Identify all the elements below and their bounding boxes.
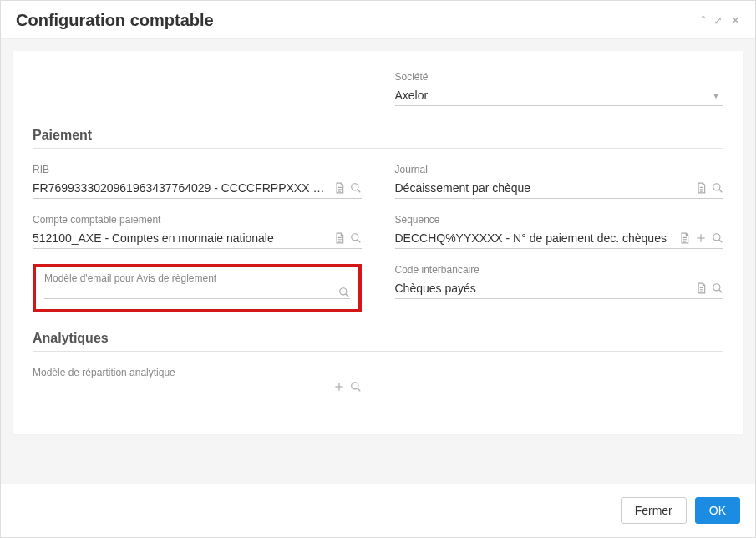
journal-input[interactable]: Décaissement par chèque (395, 178, 691, 198)
plus-icon[interactable] (333, 381, 345, 393)
modal-footer: Fermer OK (1, 484, 755, 537)
compte-paiement-input[interactable]: 512100_AXE - Comptes en monnaie national… (33, 228, 328, 248)
modal-dialog: Configuration comptable ˆ ⤢ ✕ Société Ax… (0, 0, 756, 538)
section-title-analytiques: Analytiques (33, 331, 723, 346)
ok-button[interactable]: OK (695, 497, 740, 524)
search-icon[interactable] (712, 232, 723, 244)
search-icon[interactable] (350, 182, 362, 194)
field-label: Code interbancaire (395, 264, 724, 276)
field-journal: Journal Décaissement par chèque (395, 164, 724, 199)
field-modele-repartition: Modèle de répartition analytique (33, 367, 362, 393)
field-rib: RIB FR7699333020961963437764029 - CCCCFR… (33, 164, 362, 199)
sequence-input[interactable]: DECCHQ%YYXXXX - N° de paiement dec. chèq… (395, 228, 674, 248)
highlighted-field: Modèle d'email pour Avis de règlement (33, 264, 362, 312)
chevron-down-icon[interactable]: ▼ (712, 91, 723, 100)
section-separator (33, 148, 723, 149)
field-label: Compte comptable paiement (33, 214, 362, 226)
field-label: Société (395, 71, 724, 83)
field-label: RIB (33, 164, 362, 175)
doc-icon[interactable] (678, 232, 690, 244)
modal-title: Configuration comptable (16, 11, 214, 30)
section-separator (33, 351, 723, 352)
modele-email-avis-input[interactable] (44, 289, 333, 296)
doc-icon[interactable] (695, 182, 707, 194)
modal-body: Société Axelor ▼ Paiement RIB F (1, 39, 755, 484)
societe-select[interactable]: Axelor (395, 85, 713, 105)
close-button[interactable]: Fermer (621, 497, 687, 524)
section-title-paiement: Paiement (33, 128, 723, 143)
rib-input[interactable]: FR7699333020961963437764029 - CCCCFRPPXX… (33, 178, 328, 198)
expand-icon[interactable]: ⤢ (713, 14, 723, 27)
collapse-icon[interactable]: ˆ (702, 14, 705, 27)
modal-header: Configuration comptable ˆ ⤢ ✕ (1, 1, 755, 39)
field-compte-paiement: Compte comptable paiement 512100_AXE - C… (33, 214, 362, 249)
modal-header-controls: ˆ ⤢ ✕ (702, 14, 740, 27)
field-label: Journal (395, 164, 724, 175)
field-societe: Société Axelor ▼ (395, 71, 724, 106)
field-label: Modèle de répartition analytique (33, 367, 362, 378)
doc-icon[interactable] (333, 232, 345, 244)
search-icon[interactable] (712, 282, 723, 294)
field-label: Séquence (395, 214, 724, 226)
search-icon[interactable] (712, 182, 723, 194)
search-icon[interactable] (338, 287, 350, 298)
plus-icon[interactable] (695, 232, 707, 244)
doc-icon[interactable] (695, 282, 707, 294)
search-icon[interactable] (350, 381, 362, 393)
form-card: Société Axelor ▼ Paiement RIB F (13, 51, 743, 434)
close-icon[interactable]: ✕ (731, 14, 740, 27)
field-modele-email-avis: Modèle d'email pour Avis de règlement (44, 272, 350, 299)
code-interbancaire-input[interactable]: Chèques payés (395, 278, 691, 298)
doc-icon[interactable] (333, 182, 345, 194)
modele-repartition-input[interactable] (33, 383, 328, 390)
field-label: Modèle d'email pour Avis de règlement (44, 272, 350, 284)
field-code-interbancaire: Code interbancaire Chèques payés (395, 264, 724, 299)
field-sequence: Séquence DECCHQ%YYXXXX - N° de paiement … (395, 214, 724, 249)
search-icon[interactable] (350, 232, 362, 244)
